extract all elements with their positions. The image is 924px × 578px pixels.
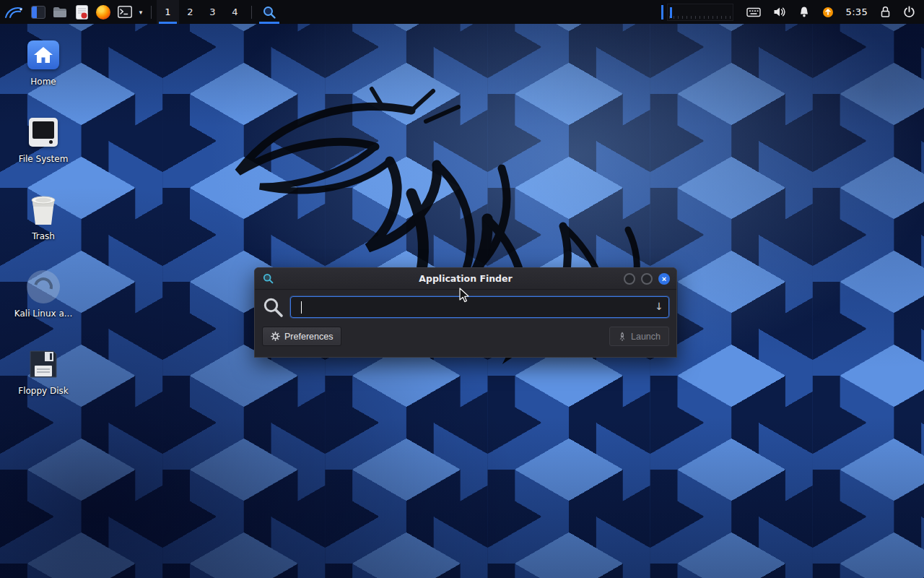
top-panel: ▾ 1 2 3 4 — [0, 0, 924, 24]
workspace-2-button[interactable]: 2 — [179, 0, 201, 24]
monitor-activity-bar — [670, 7, 672, 18]
workspace-4-button[interactable]: 4 — [224, 0, 246, 24]
screen-lock-button[interactable] — [880, 0, 891, 24]
launcher-firefox[interactable] — [92, 0, 114, 24]
window-title: Application Finder — [419, 273, 512, 284]
system-tray: 5:35 — [746, 0, 924, 24]
titlebar[interactable]: Application Finder × — [255, 268, 676, 290]
desktop-icon-kali-docs[interactable]: Kali Linux a... — [9, 269, 78, 347]
search-input[interactable] — [291, 297, 668, 317]
desktop-icon-column: Home File System Trash Kali Linux a... — [9, 38, 78, 424]
panel-separator — [251, 6, 252, 19]
desktop-icon-file-system[interactable]: File System — [9, 115, 78, 192]
keyboard-icon — [746, 7, 761, 17]
close-icon: × — [662, 275, 666, 283]
launch-label: Launch — [631, 332, 661, 342]
workspace-4-label: 4 — [232, 7, 237, 17]
lock-icon — [880, 6, 891, 18]
applications-menu-button[interactable] — [0, 0, 27, 24]
workspace-1-button[interactable]: 1 — [157, 0, 179, 24]
firefox-icon — [96, 5, 110, 20]
desktop-icon-floppy[interactable]: Floppy Disk — [9, 347, 78, 424]
bell-icon — [798, 6, 810, 18]
launcher-file-manager[interactable] — [49, 0, 71, 24]
cpu-graph-bar — [661, 5, 663, 20]
speaker-icon — [773, 7, 786, 17]
desktop-icon-label: File System — [19, 155, 69, 165]
trash-icon — [27, 193, 59, 226]
notifications-button[interactable] — [798, 0, 810, 24]
search-entry: ↓ — [290, 296, 669, 318]
preferences-label: Preferences — [284, 332, 333, 342]
system-monitor-widget[interactable] — [667, 4, 733, 21]
gear-icon — [271, 332, 280, 341]
launch-button[interactable]: Launch — [609, 327, 669, 346]
preferences-button[interactable]: Preferences — [262, 327, 341, 346]
kali-link-icon — [27, 270, 60, 303]
launcher-application-finder[interactable] — [257, 0, 282, 24]
desktop: ▾ 1 2 3 4 — [0, 0, 924, 578]
desktop-icon-label: Floppy Disk — [18, 387, 69, 397]
application-finder-window: Application Finder × ↓ — [254, 267, 677, 358]
minimize-button[interactable] — [624, 273, 635, 285]
terminal-icon — [118, 6, 132, 18]
desktop-icon-trash[interactable]: Trash — [9, 192, 78, 269]
power-icon — [903, 6, 915, 18]
app-finder-window-icon — [263, 273, 274, 284]
file-system-icon — [29, 118, 58, 147]
folder-icon — [53, 7, 67, 18]
kali-logo-icon — [4, 5, 23, 20]
keyboard-indicator-button[interactable] — [746, 0, 761, 24]
updates-indicator-button[interactable] — [822, 0, 834, 24]
launcher-text-editor[interactable] — [71, 0, 92, 24]
launch-rocket-icon — [618, 332, 627, 342]
clock[interactable]: 5:35 — [846, 7, 868, 17]
search-icon — [262, 296, 284, 318]
mouse-cursor — [459, 288, 470, 303]
home-icon — [27, 40, 59, 69]
update-status-icon — [822, 7, 834, 18]
panel-separator — [151, 6, 152, 19]
launcher-terminal[interactable] — [114, 0, 136, 24]
desktop-icon-label: Kali Linux a... — [14, 309, 72, 319]
close-button[interactable]: × — [658, 273, 670, 285]
desktop-icon-label: Trash — [32, 232, 55, 242]
logout-button[interactable] — [903, 0, 915, 24]
maximize-button[interactable] — [641, 273, 653, 285]
terminal-dropdown-chevron[interactable]: ▾ — [136, 0, 146, 24]
text-editor-icon — [76, 5, 88, 20]
application-finder-icon — [262, 5, 276, 20]
workspace-1-label: 1 — [165, 7, 170, 17]
desktop-icon-home[interactable]: Home — [9, 38, 78, 115]
workspace-2-label: 2 — [187, 7, 193, 17]
volume-button[interactable] — [773, 0, 786, 24]
desktop-icon-label: Home — [30, 77, 56, 87]
floppy-disk-icon — [27, 348, 59, 380]
workspace-3-label: 3 — [209, 7, 215, 17]
file-browser-icon — [31, 6, 45, 19]
text-caret — [301, 301, 302, 314]
dropdown-arrow-icon[interactable]: ↓ — [655, 301, 663, 312]
workspace-3-button[interactable]: 3 — [201, 0, 224, 24]
chevron-down-icon: ▾ — [139, 9, 143, 16]
launcher-file-browser[interactable] — [27, 0, 49, 24]
